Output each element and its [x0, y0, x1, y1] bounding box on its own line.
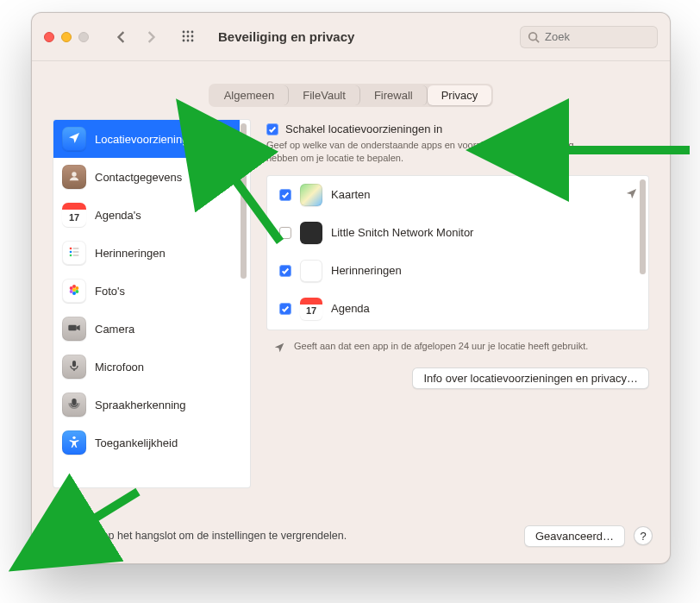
svg-point-19: [75, 286, 78, 290]
svg-point-23: [70, 286, 73, 290]
svg-rect-24: [68, 324, 76, 330]
advanced-button[interactable]: Geavanceerd…: [524, 525, 625, 547]
enable-location-checkbox[interactable]: [266, 123, 278, 135]
minimize-window-button[interactable]: [61, 32, 72, 42]
tab-firewall[interactable]: Firewall: [360, 85, 428, 105]
app-checkbox[interactable]: [279, 189, 291, 201]
privacy-category-list[interactable]: Locatievoorzieningen Contactgegevens 17 …: [53, 119, 251, 488]
app-permission-list[interactable]: Kaarten Little Snitch Network Monitor He…: [266, 175, 649, 330]
svg-rect-15: [73, 251, 79, 252]
svg-point-12: [70, 250, 72, 253]
sidebar-item-reminders[interactable]: Herinneringen: [53, 234, 240, 272]
svg-point-0: [183, 30, 185, 33]
sidebar-item-label: Camera: [95, 323, 134, 336]
svg-rect-26: [72, 399, 76, 405]
svg-point-7: [187, 39, 190, 41]
svg-point-10: [72, 172, 76, 176]
svg-point-22: [70, 290, 73, 293]
svg-point-8: [191, 39, 194, 41]
svg-point-17: [72, 288, 76, 292]
svg-rect-39: [60, 539, 62, 542]
recent-location-icon: [625, 187, 638, 203]
app-row-agenda[interactable]: 17 Agenda: [267, 290, 648, 328]
svg-point-13: [70, 254, 72, 256]
svg-point-3: [183, 35, 185, 37]
app-row-more[interactable]: [267, 328, 648, 330]
sidebar-item-label: Agenda's: [95, 209, 141, 222]
app-row-littlesnitch[interactable]: Little Snitch Network Monitor: [267, 214, 648, 252]
accessibility-icon: [67, 435, 81, 451]
titlebar: Beveiliging en privacy: [32, 13, 670, 61]
svg-rect-14: [73, 248, 79, 248]
contacts-icon: [67, 169, 81, 185]
legend-text: Geeft aan dat een app in de afgelopen 24…: [294, 341, 588, 351]
sidebar-item-label: Foto's: [95, 285, 125, 298]
window-controls: [44, 32, 89, 42]
sidebar-item-accessibility[interactable]: Toegankelijkheid: [53, 424, 240, 462]
sidebar-item-label: Contactgegevens: [95, 171, 182, 184]
svg-rect-25: [72, 361, 76, 367]
app-row-herinneringen[interactable]: Herinneringen: [267, 252, 648, 290]
sidebar-item-speech[interactable]: Spraakherkenning: [53, 386, 240, 424]
location-arrow-icon: [273, 342, 285, 355]
tab-algemeen[interactable]: Algemeen: [210, 85, 290, 105]
back-button[interactable]: [109, 27, 134, 47]
svg-rect-16: [73, 254, 79, 255]
app-label: Kaarten: [331, 188, 371, 201]
app-label: Herinneringen: [331, 264, 402, 277]
svg-point-9: [529, 32, 537, 40]
svg-point-20: [75, 290, 78, 293]
forward-button[interactable]: [139, 27, 163, 47]
svg-point-2: [191, 30, 194, 33]
sidebar-item-camera[interactable]: Camera: [53, 310, 240, 348]
location-info-button[interactable]: Info over locatievoorzieningen en privac…: [412, 367, 649, 389]
sidebar-scrollbar[interactable]: [240, 122, 248, 486]
location-description: Geef op welke van de onderstaande apps e…: [266, 139, 594, 165]
close-window-button[interactable]: [44, 32, 54, 42]
tab-bar: Algemeen FileVault Firewall Privacy: [32, 61, 670, 107]
lock-button[interactable]: [49, 524, 73, 548]
sidebar-item-label: Locatievoorzieningen: [95, 133, 201, 146]
svg-point-1: [187, 30, 190, 33]
location-icon: [67, 131, 81, 148]
sidebar-item-label: Herinneringen: [95, 247, 166, 260]
page-title: Beveiliging en privacy: [218, 29, 354, 44]
app-label: Agenda: [331, 302, 370, 315]
svg-point-18: [72, 285, 76, 288]
app-checkbox[interactable]: [279, 265, 291, 277]
photos-icon: [67, 283, 81, 299]
sidebar-item-contacts[interactable]: Contactgegevens: [53, 158, 240, 196]
svg-point-4: [187, 35, 190, 37]
svg-point-11: [70, 247, 72, 249]
svg-point-27: [72, 436, 75, 438]
calendar-icon: 17: [69, 213, 79, 223]
svg-point-5: [191, 35, 194, 37]
svg-point-21: [72, 292, 76, 295]
app-label: Little Snitch Network Monitor: [331, 226, 473, 239]
sidebar-item-location[interactable]: Locatievoorzieningen: [53, 120, 240, 158]
calendar-icon: 17: [306, 306, 316, 316]
svg-point-6: [183, 39, 185, 41]
tab-privacy[interactable]: Privacy: [428, 85, 492, 105]
sidebar-item-calendars[interactable]: 17 Agenda's: [53, 196, 240, 234]
lock-hint-text: Klik op het hangslot om de instellingen …: [82, 530, 347, 542]
tab-filevault[interactable]: FileVault: [289, 85, 360, 105]
preferences-window: Beveiliging en privacy Algemeen FileVaul…: [31, 12, 671, 564]
sidebar-item-photos[interactable]: Foto's: [53, 272, 240, 310]
sidebar-item-label: Spraakherkenning: [95, 399, 186, 411]
help-button[interactable]: ?: [634, 526, 653, 545]
zoom-window-button[interactable]: [78, 32, 89, 42]
enable-location-label: Schakel locatievoorzieningen in: [285, 122, 442, 135]
speech-icon: [67, 397, 81, 413]
app-checkbox[interactable]: [279, 227, 291, 239]
app-checkbox[interactable]: [279, 303, 291, 315]
app-row-kaarten[interactable]: Kaarten: [267, 176, 648, 214]
search-field[interactable]: [520, 26, 658, 48]
sidebar-item-label: Toegankelijkheid: [95, 437, 178, 449]
reminders-icon: [67, 245, 81, 261]
applist-scrollbar[interactable]: [640, 179, 646, 274]
search-input[interactable]: [545, 30, 650, 43]
sidebar-item-microphone[interactable]: Microfoon: [53, 348, 240, 386]
show-all-button[interactable]: [177, 27, 201, 47]
camera-icon: [67, 321, 81, 337]
